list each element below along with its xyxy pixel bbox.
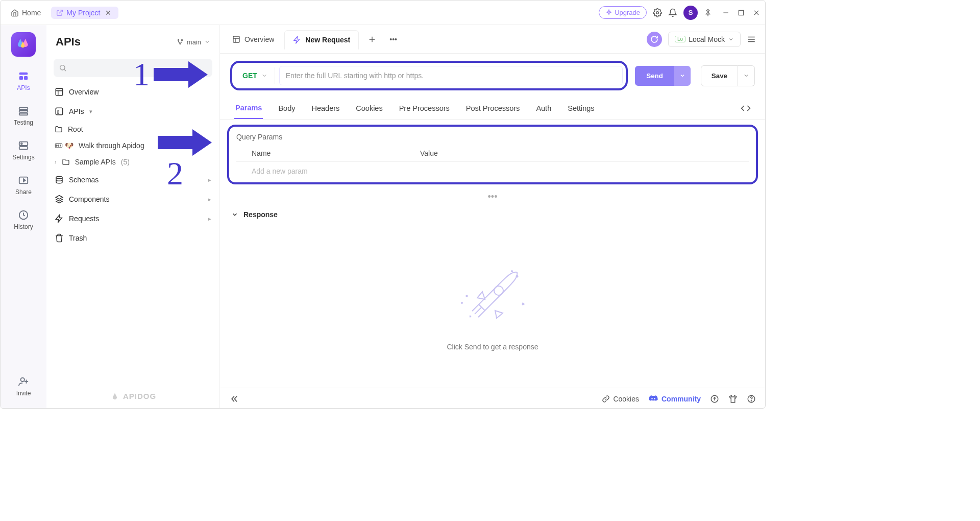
bell-icon[interactable] <box>668 8 677 17</box>
footer-cookies[interactable]: Cookies <box>602 395 639 403</box>
send-dropdown[interactable] <box>674 66 691 86</box>
logo-icon <box>16 37 31 52</box>
response-header[interactable]: Response <box>220 204 765 225</box>
home-label: Home <box>22 9 41 17</box>
tab-new-request[interactable]: New Request <box>284 30 359 50</box>
footer-community[interactable]: Community <box>648 394 701 404</box>
window-minimize-icon[interactable] <box>722 9 729 16</box>
rail-settings[interactable]: Settings <box>6 134 41 166</box>
code-icon[interactable] <box>741 103 751 113</box>
svg-point-42 <box>511 271 512 272</box>
branch-selector[interactable]: main <box>177 38 210 46</box>
response-body: Click Send to get a response <box>220 225 765 388</box>
sidebar-sample-apis[interactable]: › Sample APIs (5) <box>46 154 219 170</box>
share-icon <box>18 175 29 186</box>
sidebar-search[interactable] <box>54 59 212 77</box>
chevron-down-icon <box>728 36 734 42</box>
overview-icon <box>232 35 240 43</box>
sidebar-trash[interactable]: Trash <box>46 228 219 248</box>
svg-point-23 <box>60 65 65 70</box>
user-avatar[interactable]: S <box>683 6 698 20</box>
query-params-panel: Query Params Name Value Add a new param <box>227 125 758 184</box>
discord-icon <box>648 394 658 404</box>
pin-icon[interactable] <box>704 9 712 17</box>
subtab-post[interactable]: Post Processors <box>465 98 521 119</box>
settings-icon <box>18 140 29 151</box>
tshirt-icon[interactable] <box>728 394 738 404</box>
upload-icon[interactable] <box>710 394 719 404</box>
history-icon <box>18 209 29 221</box>
sidebar-title: APIs <box>56 35 81 49</box>
svg-rect-10 <box>19 110 28 112</box>
subtab-pre[interactable]: Pre Processors <box>398 98 451 119</box>
request-url-box: GET Enter the full URL starting with htt… <box>230 61 628 90</box>
rail-testing[interactable]: Testing <box>6 100 41 131</box>
svg-point-20 <box>178 39 179 40</box>
rail-history[interactable]: History <box>6 204 41 235</box>
sidebar-components[interactable]: Components ▸ <box>46 190 219 209</box>
resize-handle[interactable]: ••• <box>220 190 765 204</box>
requests-icon <box>55 214 64 223</box>
collapse-icon[interactable] <box>229 394 238 404</box>
svg-rect-25 <box>56 88 63 96</box>
branch-icon <box>177 38 184 45</box>
subtab-cookies[interactable]: Cookies <box>355 98 383 119</box>
window-maximize-icon[interactable] <box>738 9 745 16</box>
environment-selector[interactable]: Lo Local Mock <box>668 32 741 47</box>
more-tabs-icon[interactable]: ••• <box>385 31 401 48</box>
settings-gear-icon[interactable] <box>653 8 662 17</box>
subtab-settings[interactable]: Settings <box>567 98 595 119</box>
subtab-params[interactable]: Params <box>234 98 263 119</box>
svg-point-17 <box>21 378 24 382</box>
svg-rect-6 <box>19 73 28 75</box>
url-input[interactable]: Enter the full URL starting with http or… <box>279 66 623 85</box>
chevron-down-icon <box>204 39 210 45</box>
subtab-auth[interactable]: Auth <box>535 98 552 119</box>
sidebar-walkthrough[interactable]: 🐶 Walk through Apidog <box>46 137 219 154</box>
svg-rect-14 <box>19 147 28 150</box>
save-dropdown[interactable] <box>738 65 755 86</box>
sidebar: APIs main Overview {} APIs ▾ Root � <box>46 25 220 409</box>
app-logo[interactable] <box>11 32 36 57</box>
apis-icon <box>18 70 29 82</box>
home-tab[interactable]: Home <box>6 7 46 19</box>
add-tab-icon[interactable] <box>361 31 383 48</box>
http-method-selector[interactable]: GET <box>235 67 275 84</box>
rail-apis[interactable]: APIs <box>6 65 41 97</box>
hamburger-icon[interactable] <box>747 35 756 44</box>
sparkle-icon <box>605 9 612 16</box>
chevron-down-icon <box>743 73 749 79</box>
chevron-down-icon <box>231 211 238 218</box>
rail-share[interactable]: Share <box>6 169 41 201</box>
svg-rect-11 <box>19 113 28 115</box>
tab-overview[interactable]: Overview <box>224 30 282 49</box>
sidebar-overview[interactable]: Overview <box>46 82 219 102</box>
close-tab-icon[interactable]: ✕ <box>103 9 113 17</box>
upgrade-button[interactable]: Upgrade <box>599 6 647 19</box>
param-row-new[interactable]: Add a new param <box>236 161 749 180</box>
chevron-down-icon: ▾ <box>89 108 92 115</box>
rail-invite[interactable]: Invite <box>6 370 41 402</box>
subtab-body[interactable]: Body <box>277 98 296 119</box>
help-icon[interactable] <box>747 394 756 404</box>
chevron-right-icon: › <box>55 159 57 165</box>
sidebar-requests[interactable]: Requests ▸ <box>46 209 219 228</box>
lightning-icon <box>293 36 301 44</box>
sidebar-schemas[interactable]: Schemas ▸ <box>46 170 219 190</box>
emoji-icon: 🐶 <box>65 141 74 150</box>
markdown-icon <box>55 141 63 150</box>
folder-icon <box>62 158 70 166</box>
svg-point-40 <box>494 286 503 295</box>
refresh-button[interactable] <box>647 32 662 47</box>
svg-point-0 <box>656 11 659 14</box>
response-empty-text: Click Send to get a response <box>447 343 538 351</box>
send-button[interactable]: Send <box>635 66 674 86</box>
svg-line-24 <box>64 69 66 71</box>
column-value: Value <box>420 149 438 157</box>
project-tab[interactable]: My Project ✕ <box>51 7 118 19</box>
subtab-headers[interactable]: Headers <box>310 98 340 119</box>
save-button[interactable]: Save <box>701 65 738 86</box>
sidebar-root[interactable]: Root <box>46 121 219 137</box>
window-close-icon[interactable] <box>753 9 760 16</box>
sidebar-apis[interactable]: {} APIs ▾ <box>46 102 219 121</box>
